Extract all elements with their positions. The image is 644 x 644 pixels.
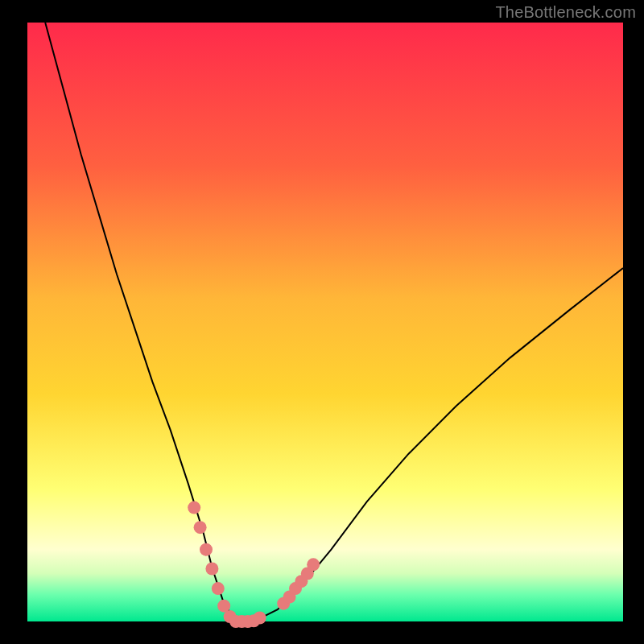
bottleneck-chart [0, 0, 644, 644]
curve-marker [212, 582, 225, 595]
curve-marker [254, 612, 266, 625]
curve-marker [307, 558, 320, 571]
curve-marker [188, 502, 200, 514]
watermark-text: TheBottleneck.com [495, 3, 636, 22]
plot-background [27, 23, 623, 621]
chart-frame: TheBottleneck.com [0, 0, 644, 644]
curve-marker [205, 563, 218, 576]
curve-marker [194, 521, 207, 534]
curve-marker [200, 543, 213, 556]
